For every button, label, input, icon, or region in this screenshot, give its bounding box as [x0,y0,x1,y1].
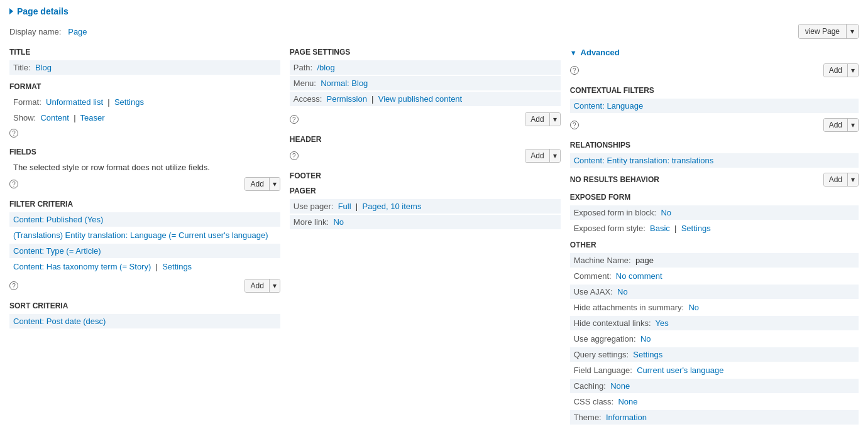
nrb-add-btn[interactable]: Add [824,173,847,186]
view-page-button-main[interactable]: view Page [799,24,846,38]
ajax-row: Use AJAX: No [570,285,859,299]
hide-contextual-label: Hide contextual links: [574,318,651,328]
filter-item-0: Content: Published (Yes) [9,212,280,227]
cf-filter-row: Content: Language [570,99,859,113]
field-language-value[interactable]: Current user's language [637,366,723,375]
header-help-icon[interactable]: ? [290,115,299,124]
right-column: ▼ Advanced ? Add ▾ CONTEXTUAL FILTERS Co… [570,48,859,426]
taxonomy-settings-link[interactable]: Settings [162,262,192,271]
format-settings-link[interactable]: Settings [114,97,144,107]
footer-help-add-row: ? Add ▾ [290,148,561,164]
sort-help-icon[interactable]: ? [9,281,18,290]
content-link[interactable]: Content [40,113,69,122]
machine-name-label: Machine Name: [574,256,631,265]
view-page-button-arrow[interactable]: ▾ [846,24,858,38]
filter-help-icon[interactable]: ? [9,180,18,188]
menu-value-link[interactable]: Normal: Blog [321,79,368,88]
more-link-value-link[interactable]: No [333,217,344,227]
ef-style-row: Exposed form style: Basic | Settings [570,221,859,236]
filter-link-2[interactable]: Content: Type (= Article) [13,246,101,256]
field-language-row: Field Language: Current user's language [570,363,859,377]
rel-add-arrow[interactable]: ▾ [847,119,858,131]
path-value-link[interactable]: /blog [317,63,334,72]
cf-add-btn[interactable]: Add [824,64,847,77]
header-add-btn[interactable]: Add [525,113,549,126]
css-class-label: CSS class: [574,397,614,406]
caching-label: Caching: [574,381,606,391]
pager-section-heading: PAGER [290,187,561,195]
other-heading: OTHER [570,241,859,249]
ef-style-value[interactable]: Basic [650,224,670,233]
aggregation-value[interactable]: No [640,334,651,344]
ajax-value[interactable]: No [617,287,628,296]
ef-in-block-value[interactable]: No [661,208,671,217]
fields-help-row: ? [9,126,280,140]
filter-link-0[interactable]: Content: Published (Yes) [13,215,103,224]
filter-link-3[interactable]: Content: Has taxonomy term (= Story) [13,262,151,271]
aggregation-row: Use aggregation: No [570,332,859,346]
paged-value-link[interactable]: Paged, 10 items [362,202,421,211]
filter-link-1[interactable]: (Translations) Entity translation: Langu… [13,230,268,240]
three-col-layout: TITLE Title: Blog FORMAT Format: Unforma… [9,48,859,426]
advanced-header[interactable]: ▼ Advanced [570,48,859,57]
view-published-link[interactable]: View published content [378,94,462,104]
header-add-arrow[interactable]: ▾ [549,113,560,126]
nrb-help-add-row: NO RESULTS BEHAVIOR Add ▾ [570,171,859,188]
filter-item-1: (Translations) Entity translation: Langu… [9,228,280,242]
footer-help-icon[interactable]: ? [290,151,299,160]
ef-settings-link[interactable]: Settings [681,224,711,233]
use-pager-value-link[interactable]: Full [338,202,351,211]
nrb-add-arrow[interactable]: ▾ [847,173,858,186]
query-label: Query settings: [574,350,629,359]
show-label: Show: [13,113,36,122]
title-value-link[interactable]: Blog [35,63,52,72]
hide-attachments-value[interactable]: No [688,303,699,312]
cf-help-icon[interactable]: ? [570,66,579,75]
fields-help-icon[interactable]: ? [9,129,18,138]
comment-value[interactable]: No comment [616,271,662,281]
access-sep: | [371,94,373,104]
rel-add-btn[interactable]: Add [824,119,847,131]
filter-item-2: Content: Type (= Article) [9,244,280,258]
footer-add-arrow[interactable]: ▾ [549,149,560,162]
cf-filter-link[interactable]: Content: Language [574,101,644,111]
sort-add-arrow[interactable]: ▾ [269,279,280,292]
footer-add-btn[interactable]: Add [525,149,549,162]
filter-add-btn[interactable]: Add [245,178,268,190]
filter-criteria-heading: FILTER CRITERIA [9,200,280,209]
sort-link-0[interactable]: Content: Post date (desc) [13,317,106,326]
path-row: Path: /blog [290,60,561,75]
format-value-link[interactable]: Unformatted list [46,97,103,107]
hide-contextual-value[interactable]: Yes [656,318,669,328]
page-details-toggle-icon[interactable] [9,8,13,14]
display-name-value: Page [68,27,87,36]
theme-value[interactable]: Information [606,413,647,422]
filter-item-3: Content: Has taxonomy term (= Story) | S… [9,259,280,274]
css-class-value[interactable]: None [618,397,637,406]
path-label: Path: [294,63,312,72]
access-label: Access: [294,94,322,104]
rel-help-icon[interactable]: ? [570,121,579,129]
filter-add-arrow[interactable]: ▾ [269,178,280,190]
format-row: Format: Unformatted list | Settings [9,95,280,109]
sort-add-btn[interactable]: Add [245,279,268,292]
permission-link[interactable]: Permission [327,94,367,104]
query-value[interactable]: Settings [633,350,662,359]
aggregation-label: Use aggregation: [574,334,636,344]
sort-help-add-row: ? Add ▾ [9,278,280,294]
header-section-heading: HEADER [290,135,561,144]
sort-item-0: Content: Post date (desc) [9,314,280,328]
mid-column: PAGE SETTINGS Path: /blog Menu: Normal: … [290,48,570,230]
advanced-triangle-icon: ▼ [570,49,577,57]
rel-value-link[interactable]: Content: Entity translation: translation… [574,156,714,165]
header-help-add-row: ? Add ▾ [290,111,561,127]
fields-section-heading: FIELDS [9,148,280,156]
caching-value[interactable]: None [610,381,630,391]
teaser-link[interactable]: Teaser [80,113,105,122]
header-add-btn-group: Add ▾ [525,112,560,126]
cf-add-arrow[interactable]: ▾ [847,64,858,77]
teaser-sep: | [74,113,75,122]
nrb-add-btn-group: Add ▾ [823,173,859,187]
display-name-label: Display name: [9,27,61,36]
page-wrapper: Page details Display name: Page view Pag… [0,0,868,432]
